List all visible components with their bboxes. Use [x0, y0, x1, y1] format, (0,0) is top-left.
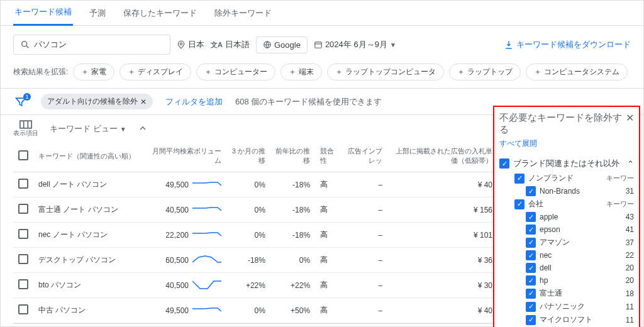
keyword-table: キーワード（関連性の高い順） 月間平均検索ボリューム 3 か月の推移 前年比の推… [13, 140, 497, 323]
checkbox-icon[interactable] [526, 212, 536, 222]
table-row[interactable]: デスクトップ パソコン60,500 -18%0%高–¥ 36 [13, 248, 497, 273]
list-item[interactable]: パナソニック11 [499, 300, 634, 313]
expand-pill[interactable]: ＋コンピュータシステム [526, 64, 628, 80]
cell-volume: 40,500 [147, 197, 226, 223]
checkbox-icon[interactable] [514, 199, 525, 209]
list-item[interactable]: マイクロソフト11 [499, 313, 634, 326]
cell-yoy: +50% [270, 298, 315, 323]
close-icon[interactable]: ✕ [623, 112, 634, 124]
cell-yoy: -18% [270, 197, 315, 223]
tab-saved[interactable]: 保存したキーワード [122, 1, 198, 25]
cell-impr: – [342, 298, 388, 323]
calendar-icon [314, 40, 323, 49]
checkbox-icon[interactable] [526, 238, 536, 248]
col-bid[interactable]: 上部に掲載された広告の入札単価（低額帯） [387, 140, 497, 172]
cell-keyword: 富士通 ノート パソコン [33, 197, 147, 223]
search-input[interactable]: パソコン [13, 35, 170, 55]
cell-3m: -18% [226, 248, 270, 273]
list-item[interactable]: Non-Brands 31 [499, 185, 634, 197]
col-3m[interactable]: 3 か月の推移 [226, 140, 270, 172]
col-volume[interactable]: 月間平均検索ボリューム [147, 140, 226, 172]
filter-icon[interactable]: 1 [13, 94, 28, 109]
svg-rect-6 [20, 121, 31, 128]
checkbox-icon[interactable] [526, 315, 536, 325]
add-filter[interactable]: フィルタを追加 [165, 96, 223, 108]
daterange-chip[interactable]: 2024年 6月～9月 ▼ [314, 39, 396, 50]
list-item[interactable]: epson41 [499, 223, 634, 236]
expand-pill[interactable]: ＋端末 [280, 64, 322, 80]
download-button[interactable]: キーワード候補をダウンロード [504, 39, 631, 50]
cell-3m: 0% [226, 298, 270, 323]
table-row[interactable]: 富士通 ノート パソコン40,500 0%-18%高–¥ 156 [13, 197, 497, 223]
expand-pill[interactable]: ＋ラップトップ [449, 64, 521, 80]
table-row[interactable]: nec ノート パソコン22,200 0%-18%高–¥ 101 [13, 223, 497, 248]
table-row[interactable]: dell ノート パソコン49,500 0%-18%高–¥ 40 [13, 172, 497, 197]
columns-button[interactable]: 表示項目 [13, 120, 38, 138]
select-all-checkbox[interactable] [18, 150, 28, 160]
list-item[interactable]: hp20 [499, 274, 634, 287]
checkbox-icon[interactable] [526, 186, 536, 196]
cell-keyword: nec ノート パソコン [33, 223, 147, 248]
col-impr[interactable]: 広告インプレッ [342, 140, 388, 172]
checkbox-icon[interactable] [514, 174, 525, 184]
expand-pill[interactable]: ＋家電 [73, 64, 114, 80]
cell-3m: 0% [226, 197, 270, 223]
checkbox-icon[interactable] [499, 158, 509, 169]
row-checkbox[interactable] [18, 179, 28, 189]
tab-forecast[interactable]: 予測 [88, 1, 107, 25]
list-item[interactable]: 富士通18 [499, 287, 634, 300]
view-dropdown[interactable]: キーワード ビュー ▼ [50, 123, 126, 135]
applied-filter[interactable]: アダルト向けの候補を除外 ✕ [41, 94, 153, 109]
svg-rect-4 [315, 42, 322, 48]
location-chip[interactable]: 日本 [177, 39, 204, 50]
cell-impr: – [342, 273, 388, 298]
cell-impr: – [342, 248, 388, 273]
table-row[interactable]: bto パソコン40,500 +22%+22%高–¥ 30 [13, 273, 497, 298]
svg-point-2 [180, 43, 182, 45]
cell-yoy: +22% [270, 273, 315, 298]
checkbox-icon[interactable] [526, 289, 536, 299]
list-item[interactable]: アマゾン37 [499, 236, 634, 249]
pager: 表示する行数: 10▼ 608 件中 1～10 件を表示 ⏮ ❮ ❯ ⏭ [13, 323, 497, 327]
collapse-button[interactable] [138, 123, 148, 135]
row-checkbox[interactable] [18, 204, 28, 214]
checkbox-icon[interactable] [526, 224, 536, 235]
list-item[interactable]: dell20 [499, 262, 634, 274]
close-icon[interactable]: ✕ [140, 97, 147, 106]
language-chip[interactable]: 文A 日本語 [211, 39, 250, 50]
col-yoy[interactable]: 前年比の推移 [270, 140, 315, 172]
col-keyword[interactable]: キーワード（関連性の高い順） [33, 140, 147, 172]
row-checkbox[interactable] [18, 229, 28, 239]
location-icon [177, 40, 186, 49]
cell-bid: ¥ 40 [387, 172, 497, 197]
row-checkbox[interactable] [18, 254, 28, 264]
row-checkbox[interactable] [18, 304, 28, 314]
cell-keyword: dell ノート パソコン [33, 172, 147, 197]
row-checkbox[interactable] [18, 279, 28, 289]
tabs: キーワード候補 予測 保存したキーワード 除外キーワード [1, 1, 643, 26]
checkbox-icon[interactable] [526, 263, 536, 273]
list-item[interactable]: apple43 [499, 211, 634, 223]
cell-volume: 49,500 [147, 298, 226, 323]
expand-pill[interactable]: ＋ラップトップコンピュータ [327, 64, 444, 80]
expand-all[interactable]: すべて展開 [499, 138, 634, 149]
group-brand[interactable]: ブランド関連またはそれ以外 ⌃ [499, 155, 634, 172]
checkbox-icon[interactable] [526, 250, 536, 260]
table-row[interactable]: 中古 パソコン49,500 0%+50%高–¥ 40 [13, 298, 497, 323]
expand-pill[interactable]: ＋コンピューター [196, 64, 275, 80]
search-icon [20, 40, 30, 50]
checkbox-icon[interactable] [526, 302, 536, 312]
group-nonbrand[interactable]: ノンブランド キーワー [499, 172, 634, 185]
col-comp[interactable]: 競合性 [315, 140, 342, 172]
list-item[interactable]: nec22 [499, 249, 634, 262]
cell-keyword: 中古 パソコン [33, 298, 147, 323]
group-company[interactable]: 会社 キーワー [499, 197, 634, 211]
checkbox-icon[interactable] [526, 275, 536, 285]
chevron-up-icon[interactable]: ⌃ [627, 159, 634, 169]
expand-pill[interactable]: ＋ディスプレイ [119, 64, 191, 80]
cell-yoy: 0% [270, 248, 315, 273]
network-chip[interactable]: Google [256, 36, 308, 53]
tab-negative[interactable]: 除外キーワード [213, 1, 273, 25]
tab-keyword-ideas[interactable]: キーワード候補 [13, 0, 73, 26]
expand-label: 検索結果を拡張: [13, 67, 68, 77]
